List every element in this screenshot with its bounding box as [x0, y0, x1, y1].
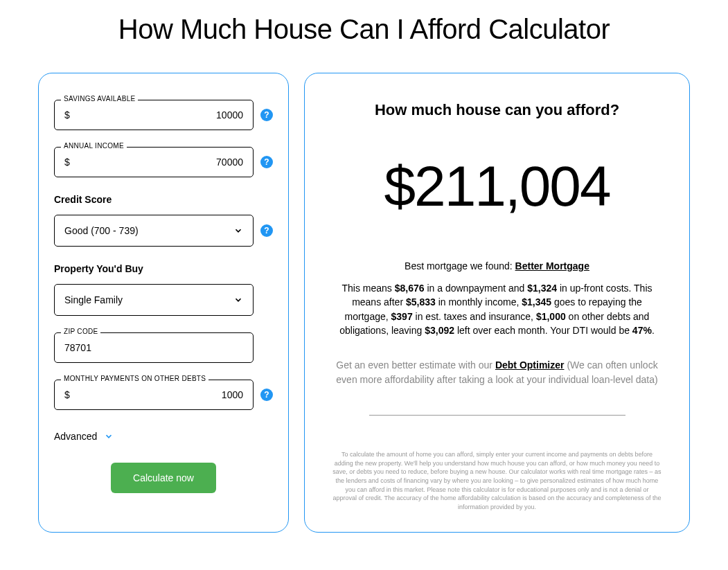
- credit-group: Credit Score Good (700 - 739) ?: [54, 194, 273, 247]
- upfront-value: $1,324: [527, 283, 557, 294]
- savings-label: SAVINGS AVAILABLE: [61, 95, 138, 103]
- help-icon[interactable]: ?: [260, 156, 273, 168]
- currency-symbol: $: [64, 109, 70, 121]
- chevron-down-icon: [233, 295, 243, 305]
- currency-symbol: $: [64, 157, 70, 168]
- help-icon[interactable]: ?: [260, 389, 273, 401]
- calculate-button[interactable]: Calculate now: [111, 463, 216, 493]
- zip-group: ZIP CODE: [54, 332, 273, 363]
- savings-input-wrap[interactable]: $: [54, 100, 254, 130]
- help-icon[interactable]: ?: [260, 109, 273, 121]
- mortgage-link[interactable]: Better Mortgage: [515, 260, 589, 271]
- property-label: Property You'd Buy: [54, 263, 273, 274]
- income-group: ANNUAL INCOME $ ?: [54, 147, 273, 177]
- debts-input-wrap[interactable]: $: [54, 380, 254, 410]
- zip-input[interactable]: [54, 332, 254, 363]
- result-amount: $211,004: [332, 154, 662, 219]
- divider: [369, 415, 625, 416]
- chevron-down-icon: [233, 226, 243, 235]
- leftover-value: $3,092: [425, 325, 454, 336]
- result-heading: How much house can you afford?: [332, 101, 662, 119]
- disclaimer-text: To calculate the amount of home you can …: [332, 450, 662, 511]
- debts-group: MONTHLY PAYMENTS ON OTHER DEBTS $ ?: [54, 380, 273, 410]
- page-title: How Much House Can I Afford Calculator: [38, 14, 690, 45]
- debt-optimizer-link[interactable]: Debt Optimizer: [495, 359, 565, 371]
- credit-value: Good (700 - 739): [64, 225, 233, 236]
- debt-optimizer-text: Get an even better estimate with our Deb…: [332, 358, 662, 387]
- help-icon[interactable]: ?: [260, 224, 273, 237]
- income-label: ANNUAL INCOME: [61, 142, 127, 150]
- property-select[interactable]: Single Family: [54, 284, 254, 316]
- zip-label: ZIP CODE: [61, 328, 100, 335]
- main-container: SAVINGS AVAILABLE $ ? ANNUAL INCOME $: [38, 73, 690, 533]
- income-input-wrap[interactable]: $: [54, 147, 254, 177]
- savings-group: SAVINGS AVAILABLE $ ?: [54, 100, 273, 130]
- chevron-down-icon: [104, 431, 114, 441]
- advanced-toggle[interactable]: Advanced: [54, 431, 273, 442]
- result-mortgage: Best mortgage we found: Better Mortgage: [332, 260, 662, 271]
- advanced-label: Advanced: [54, 431, 97, 442]
- credit-select[interactable]: Good (700 - 739): [54, 215, 254, 247]
- dti-value: 47%: [632, 325, 652, 336]
- property-value: Single Family: [64, 294, 233, 305]
- property-group: Property You'd Buy Single Family: [54, 263, 273, 316]
- currency-symbol: $: [64, 389, 70, 400]
- input-panel: SAVINGS AVAILABLE $ ? ANNUAL INCOME $: [38, 73, 289, 533]
- mortgage-intro: Best mortgage we found:: [405, 260, 515, 271]
- debts-label: MONTHLY PAYMENTS ON OTHER DEBTS: [61, 375, 208, 382]
- result-detail: This means $8,676 in a downpayment and $…: [332, 281, 662, 337]
- debts-input[interactable]: [76, 389, 243, 400]
- monthly-income-value: $5,833: [406, 296, 436, 308]
- result-panel: How much house can you afford? $211,004 …: [304, 73, 690, 533]
- credit-label: Credit Score: [54, 194, 273, 205]
- savings-input[interactable]: [76, 109, 243, 121]
- downpayment-value: $8,676: [395, 283, 425, 294]
- taxes-value: $397: [391, 311, 413, 322]
- other-debts-value: $1,000: [536, 311, 566, 322]
- income-input[interactable]: [76, 157, 243, 168]
- repaying-value: $1,345: [522, 296, 551, 308]
